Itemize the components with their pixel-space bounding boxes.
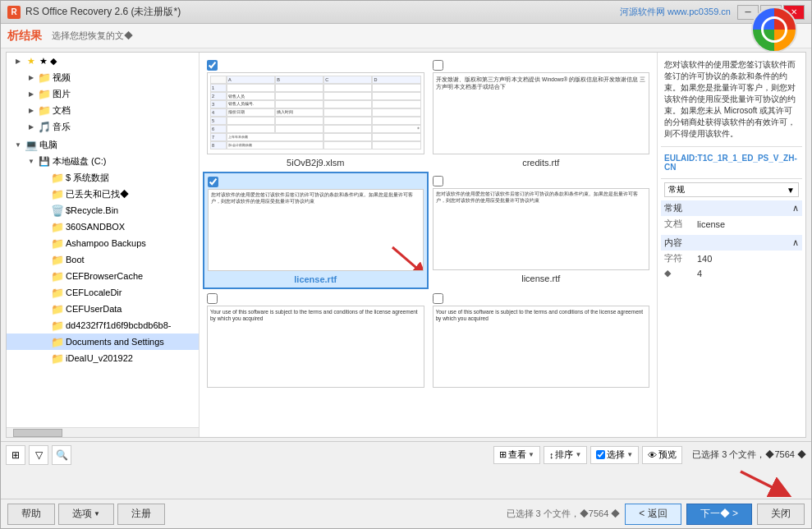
tree-item-cef-locale[interactable]: ▶ 📁 CEFLocaleDir bbox=[7, 284, 199, 301]
tree-item-recycle[interactable]: ▶ 🗑️ $Recycle.Bin bbox=[7, 202, 199, 218]
folder-icon-cef-cache: 📁 bbox=[51, 269, 64, 283]
sort-dropdown-arrow: ▼ bbox=[575, 451, 581, 458]
back-button[interactable]: < 返回 bbox=[625, 504, 681, 525]
sort-icon: ↕ bbox=[549, 450, 554, 460]
general-header-arrow: ∧ bbox=[792, 203, 799, 214]
tree-item-360sandbox[interactable]: ▶ 📁 360SANDBOX bbox=[7, 218, 199, 235]
file-item-en-rtf2[interactable]: Your use of this software is subject to … bbox=[429, 289, 654, 404]
drive-icon: 💾 bbox=[38, 154, 51, 168]
tree-item-local-c[interactable]: ▼ 💾 本地磁盘 (C:) bbox=[7, 153, 199, 169]
properties-description: 您对该软件的使用爱您签订该软件而签订的许可协议的条款和条件的约束。如果您是批量许… bbox=[661, 56, 802, 143]
options-dropdown-arrow: ▼ bbox=[94, 510, 100, 518]
search-button[interactable]: 🔍 bbox=[52, 445, 71, 465]
app-logo-inner bbox=[761, 16, 787, 43]
file-item-credits[interactable]: 开发致谢、版权和第三方声明 本文档提供 Windows® 的版权信息和开发致谢信… bbox=[429, 56, 654, 172]
folder-icon-docs-settings: 📁 bbox=[51, 335, 64, 348]
window-title: RS Office Recovery 2.6 (未注册版*) bbox=[25, 5, 620, 19]
tree-item-dd4232[interactable]: ▶ 📁 dd4232f7f1d6f9bcbdb6b8- bbox=[7, 317, 199, 334]
preview-label: 预览 bbox=[658, 448, 677, 461]
toolbar: 析结果 选择您想恢复的文◆ bbox=[1, 24, 811, 48]
view-dropdown-button[interactable]: ⊞ 查看 ▼ bbox=[493, 446, 540, 464]
properties-divider1 bbox=[661, 146, 802, 147]
next-button[interactable]: 下一◆ > bbox=[686, 504, 752, 525]
tree-label-system-data: $ 系统数据 bbox=[66, 172, 109, 184]
star-icon: ★ bbox=[25, 54, 38, 67]
tree-label-recycle: $Recycle.Bin bbox=[66, 205, 118, 215]
svg-line-3 bbox=[741, 472, 782, 492]
options-label: 选项 bbox=[72, 507, 92, 521]
hscrollbar-thumb bbox=[13, 429, 62, 437]
tree-item-ideau[interactable]: ▶ 📁 iDeaIU_v201922 bbox=[7, 350, 199, 366]
file-item-license2[interactable]: 您对该软件的使用爱您签订该软件后签订的许可协议的条款和条件约束。如果您是批量许可… bbox=[429, 172, 654, 289]
license-preview-text: 您对该软件的使用爱您签订该软件后签订的许可协议的条款和条件约束。如果您是批量许可… bbox=[211, 192, 420, 205]
filter-button[interactable]: ▽ bbox=[29, 445, 48, 465]
sort-label: 排序 bbox=[555, 448, 573, 461]
file-checkbox-excel[interactable] bbox=[207, 60, 218, 71]
register-button[interactable]: 注册 bbox=[117, 504, 165, 525]
tree-item-lost-found[interactable]: ▶ 📁 已丢失和已找◆ bbox=[7, 186, 199, 202]
select-checkbox[interactable] bbox=[596, 450, 605, 459]
tree-hscrollbar[interactable] bbox=[7, 427, 199, 437]
dropdown-value: 常规 bbox=[668, 184, 685, 196]
file-item-license-selected[interactable]: 您对该软件的使用爱您签订该软件后签订的许可协议的条款和条件约束。如果您是批量许可… bbox=[203, 172, 429, 289]
tree-item-pictures[interactable]: ▶ 📁 图片 bbox=[7, 85, 199, 102]
file-checkbox-license2[interactable] bbox=[433, 176, 443, 186]
tree-item-ashampoo[interactable]: ▶ 📁 Ashampoo Backups bbox=[7, 235, 199, 251]
view-dropdown-arrow: ▼ bbox=[528, 451, 534, 458]
file-preview-en-rtf2: Your use of this software is subject to … bbox=[433, 306, 650, 388]
general-section: 常规 ∧ 文档 license bbox=[661, 200, 802, 232]
properties-panel: 您对该软件的使用爱您签订该软件而签订的许可协议的条款和条件的约束。如果您是批量许… bbox=[658, 53, 805, 437]
app-logo bbox=[751, 7, 797, 53]
tree-arrow-videos: ▶ bbox=[26, 72, 36, 82]
title-bar: R RS Office Recovery 2.6 (未注册版*) 河源软件网 w… bbox=[1, 1, 811, 24]
grid-view-button[interactable]: ⊞ bbox=[6, 445, 25, 465]
char-row: 字符 140 bbox=[661, 251, 802, 266]
preview-button[interactable]: 👁 预览 bbox=[642, 446, 682, 464]
file-checkbox-en-rtf2[interactable] bbox=[433, 293, 443, 304]
file-checkbox-credits[interactable] bbox=[433, 60, 443, 71]
page-row: ◆ 4 bbox=[661, 266, 802, 280]
tree-item-cef-cache[interactable]: ▶ 📁 CEFBrowserCache bbox=[7, 268, 199, 284]
tree-label-favorites: ★ ◆ bbox=[39, 56, 57, 67]
doc-value: license bbox=[697, 219, 725, 229]
watermark-text: 河源软件网 www.pc0359.cn bbox=[620, 6, 731, 18]
eula-id-text: EULAID:T1C_1R_1_ED_PS_V_ZH-CN bbox=[661, 150, 802, 175]
file-preview-excel: A B C D 1 2 销售人员 bbox=[207, 72, 424, 154]
tree-item-documents[interactable]: ▶ 📁 文档 bbox=[7, 102, 199, 118]
tree-label-ideau: iDeaIU_v201922 bbox=[66, 353, 133, 363]
en-rtf1-preview-text: Your use of this software is subject to … bbox=[210, 309, 421, 323]
tree-label-dd4232: dd4232f7f1d6f9bcbdb6b8- bbox=[66, 320, 171, 330]
options-button[interactable]: 选项 ▼ bbox=[58, 504, 114, 525]
tree-item-docs-settings[interactable]: ▶ 📁 Documents and Settings bbox=[7, 334, 199, 350]
tree-label-360sandbox: 360SANDBOX bbox=[66, 222, 125, 232]
tree-item-computer[interactable]: ▼ 💻 电脑 bbox=[7, 136, 199, 153]
breadcrumb-subtitle: 选择您想恢复的文◆ bbox=[52, 30, 133, 42]
tree-item-favorites[interactable]: ▶ ★ ★ ◆ bbox=[7, 53, 199, 69]
tree-item-boot[interactable]: ▶ 📁 Boot bbox=[7, 251, 199, 268]
preview-icon: 👁 bbox=[648, 450, 657, 460]
folder-icon-documents: 📁 bbox=[38, 104, 51, 117]
tree-item-system-data[interactable]: ▶ 📁 $ 系统数据 bbox=[7, 169, 199, 186]
status-selected-text: 已选择 3 个文件，◆7564 ◆ bbox=[507, 508, 621, 520]
file-tree-scroll[interactable]: ▶ ★ ★ ◆ ▶ 📁 视频 ▶ 📁 图片 bbox=[7, 53, 199, 427]
file-item-excel[interactable]: A B C D 1 2 销售人员 bbox=[203, 56, 429, 172]
tree-arrow-computer: ▼ bbox=[13, 140, 23, 150]
close-app-button[interactable]: 关闭 bbox=[757, 504, 805, 525]
en-rtf2-preview-text: Your use of this software is subject to … bbox=[436, 309, 647, 323]
properties-divider2 bbox=[661, 178, 802, 179]
tree-item-videos[interactable]: ▶ 📁 视频 bbox=[7, 69, 199, 85]
select-dropdown-button[interactable]: 选择 ▼ bbox=[590, 446, 639, 464]
folder-icon-cef-locale: 📁 bbox=[51, 286, 64, 299]
properties-dropdown[interactable]: 常规 ▼ bbox=[664, 182, 799, 197]
file-checkbox-en-rtf1[interactable] bbox=[207, 293, 218, 304]
file-name-credits: credits.rtf bbox=[522, 158, 559, 168]
file-checkbox-license-selected[interactable] bbox=[208, 177, 218, 187]
file-item-en-rtf1[interactable]: Your use of this software is subject to … bbox=[203, 289, 429, 404]
tree-label-boot: Boot bbox=[66, 255, 85, 264]
help-button[interactable]: 帮助 bbox=[7, 504, 55, 525]
doc-label: 文档 bbox=[664, 218, 697, 230]
file-grid-panel[interactable]: A B C D 1 2 销售人员 bbox=[200, 53, 658, 437]
sort-dropdown-button[interactable]: ↕ 排序 ▼ bbox=[544, 446, 587, 464]
tree-item-cef-user[interactable]: ▶ 📁 CEFUserData bbox=[7, 301, 199, 317]
tree-item-music[interactable]: ▶ 🎵 音乐 bbox=[7, 118, 199, 135]
